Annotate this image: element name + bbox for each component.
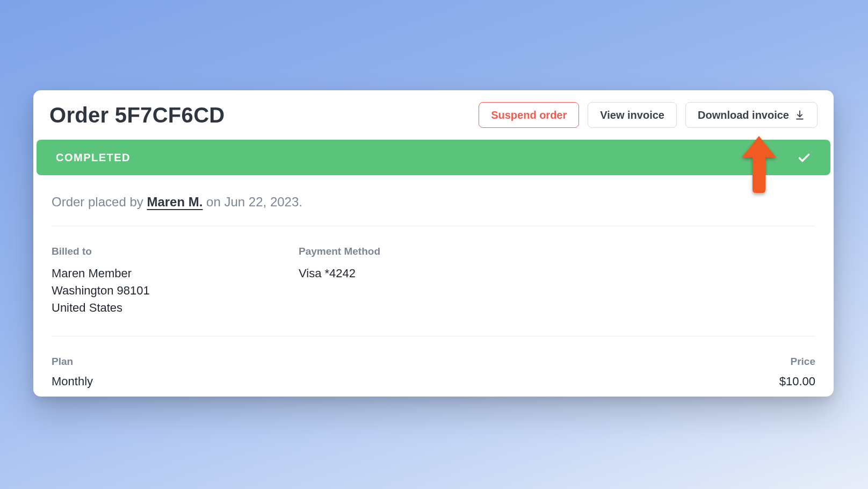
view-invoice-button[interactable]: View invoice	[588, 102, 677, 128]
price-block: Price $10.00	[779, 356, 815, 390]
price-label: Price	[779, 356, 815, 368]
suspend-order-button[interactable]: Suspend order	[479, 102, 579, 128]
order-placed-line: Order placed by Maren M. on Jun 22, 2023…	[52, 195, 815, 226]
header-actions: Suspend order View invoice Download invo…	[479, 102, 818, 128]
payment-method-value: Visa *4242	[299, 265, 815, 282]
order-placed-date: Jun 22, 2023	[224, 195, 299, 209]
order-title: Order 5F7CF6CD	[49, 103, 225, 127]
download-invoice-button[interactable]: Download invoice	[685, 102, 818, 128]
check-icon	[797, 150, 811, 164]
status-bar: COMPLETED	[37, 140, 830, 175]
card-header: Order 5F7CF6CD Suspend order View invoic…	[33, 90, 834, 140]
card-body: Order placed by Maren M. on Jun 22, 2023…	[33, 175, 834, 390]
billing-payment-row: Billed to Maren Member Washington 98101 …	[52, 226, 815, 336]
download-invoice-label: Download invoice	[698, 109, 789, 121]
order-placed-user-link[interactable]: Maren M.	[147, 195, 202, 209]
payment-method-label: Payment Method	[299, 246, 815, 257]
billed-city-zip: Washington 98101	[52, 282, 299, 299]
order-placed-prefix: Order placed by	[52, 195, 147, 209]
billed-name: Maren Member	[52, 265, 299, 282]
price-value: $10.00	[779, 373, 815, 390]
billed-country: United States	[52, 299, 299, 317]
view-invoice-label: View invoice	[600, 109, 664, 121]
plan-value: Monthly	[52, 373, 93, 390]
plan-label: Plan	[52, 356, 93, 368]
suspend-order-label: Suspend order	[491, 109, 567, 121]
billed-to-value: Maren Member Washington 98101 United Sta…	[52, 265, 299, 317]
order-placed-suffix: .	[299, 195, 302, 209]
download-icon	[794, 110, 805, 120]
payment-method-block: Payment Method Visa *4242	[299, 246, 815, 317]
order-placed-mid: on	[206, 195, 224, 209]
billed-to-label: Billed to	[52, 246, 299, 257]
status-label: COMPLETED	[56, 152, 131, 164]
billed-to-block: Billed to Maren Member Washington 98101 …	[52, 246, 299, 317]
order-card: Order 5F7CF6CD Suspend order View invoic…	[33, 90, 834, 397]
plan-block: Plan Monthly	[52, 356, 93, 390]
plan-price-row: Plan Monthly Price $10.00	[52, 336, 815, 390]
